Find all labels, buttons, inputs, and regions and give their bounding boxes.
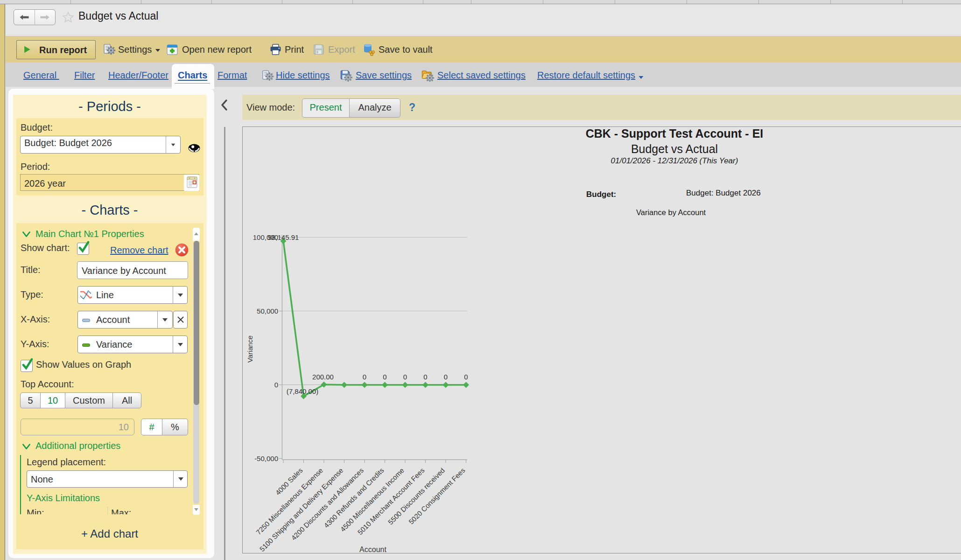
svg-text:Variance: Variance: [246, 336, 254, 363]
svg-text:98,145.91: 98,145.91: [268, 233, 299, 241]
svg-text:0: 0: [444, 373, 448, 381]
svg-text:-50,000: -50,000: [254, 455, 278, 462]
svg-text:0: 0: [274, 381, 278, 389]
svg-text:0: 0: [383, 373, 386, 381]
svg-text:50,000: 50,000: [257, 307, 278, 315]
svg-text:5100 Shipping and Delivery Exp: 5100 Shipping and Delivery Expense: [258, 466, 345, 553]
svg-text:Account: Account: [359, 546, 386, 553]
svg-text:0: 0: [403, 373, 407, 381]
svg-text:0: 0: [423, 373, 427, 381]
svg-text:(7,840.00): (7,840.00): [287, 387, 318, 395]
svg-text:0: 0: [464, 373, 468, 381]
svg-text:200.00: 200.00: [312, 373, 334, 381]
svg-text:0: 0: [363, 373, 366, 381]
